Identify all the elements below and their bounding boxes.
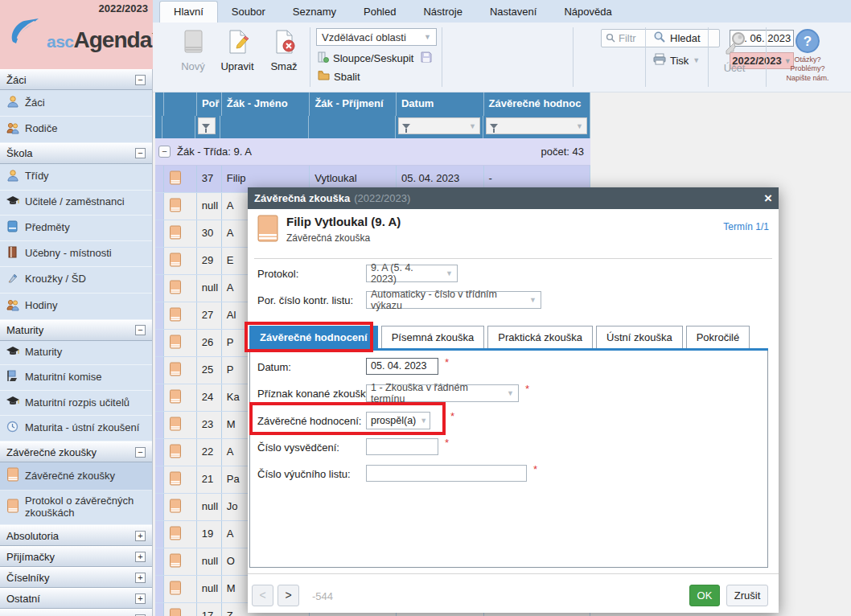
sidebar-section-header[interactable]: Ostatní +	[0, 588, 152, 609]
filter-cell[interactable]: ▼	[483, 116, 590, 138]
sidebar-item[interactable]: Maturitní komise	[0, 365, 152, 391]
filter-cell[interactable]	[195, 116, 220, 138]
collapse-toggle-icon[interactable]: −	[135, 447, 146, 458]
columns-group-button[interactable]: Sloupce/Seskupit	[318, 51, 413, 65]
cancel-button[interactable]: Zrušit	[726, 585, 768, 606]
sidebar-item[interactable]: Hodiny	[0, 294, 152, 320]
collapse-toggle-icon[interactable]: −	[135, 325, 146, 335]
dialog-tab[interactable]: Ústní zkouška	[596, 326, 683, 348]
book-orange-icon	[169, 389, 182, 406]
sidebar-item[interactable]: Třídy	[0, 164, 152, 191]
help-button[interactable]: ? Otázky?Problémy?Napište nám.	[772, 29, 843, 83]
sidebar-item[interactable]: Předměty	[0, 216, 152, 241]
sidebar-section-header[interactable]: Absolutoria +	[0, 525, 152, 546]
chevron-down-icon: ▼	[693, 56, 700, 64]
next-record-button[interactable]: >	[278, 585, 299, 606]
filter-cell[interactable]: ▼	[396, 116, 483, 138]
required-marker: *	[450, 410, 454, 422]
sidebar-item[interactable]: Maturity	[0, 341, 152, 366]
search-button[interactable]: Hledat	[653, 31, 701, 46]
table-cell: 17	[197, 603, 222, 616]
protokol-dropdown[interactable]: 9. A (5. 4. 2023)▼	[366, 265, 458, 282]
menu-tab-hlavní[interactable]: Hlavní	[159, 1, 218, 23]
close-icon[interactable]: ×	[764, 191, 772, 205]
priznak-dropdown[interactable]: 1 - Zkouška v řádném termínu▼	[366, 384, 519, 402]
funnel-icon	[490, 124, 498, 129]
dialog-tab[interactable]: Písemná zkouška	[381, 326, 485, 348]
question-icon: ?	[796, 29, 820, 53]
vyucni-input[interactable]	[366, 465, 527, 482]
print-button[interactable]: Tisk ▼	[653, 53, 700, 68]
dialog-tab[interactable]: Závěrečné hodnocení	[249, 326, 378, 348]
column-header[interactable]: Datum	[397, 92, 484, 116]
hodnoceni-dropdown[interactable]: prospěl(a)▼	[366, 412, 430, 429]
sidebar-section-header[interactable]: Škola −	[0, 143, 152, 164]
prev-record-button[interactable]: <	[252, 585, 273, 606]
collapse-toggle-icon[interactable]: +	[135, 593, 146, 604]
chevron-down-icon: ▼	[469, 122, 476, 130]
dialog-tab[interactable]: Pokročilé	[686, 326, 750, 348]
sidebar-section-header[interactable]: Závěrečné zkoušky −	[0, 441, 152, 462]
column-header[interactable]: Žák - Jméno	[222, 92, 310, 116]
sidebar-item[interactable]: Učitelé / zaměstnanci	[0, 191, 152, 216]
column-header[interactable]: Závěrečné hodnoc	[484, 92, 590, 116]
menu-tab-soubor[interactable]: Soubor	[218, 2, 279, 23]
column-header[interactable]: Poř▲	[197, 92, 222, 116]
sidebar-item[interactable]: Učebny - místnosti	[0, 241, 152, 267]
sidebar-item[interactable]: Maturita - ústní zkoušení	[0, 416, 152, 441]
menu-tab-seznamy[interactable]: Seznamy	[279, 2, 350, 23]
collapse-button[interactable]: Sbalit	[318, 70, 360, 83]
sidebar-item-label: Protokol o závěrečných zkouškách	[25, 495, 149, 519]
vysvedceni-input[interactable]	[366, 438, 438, 455]
column-filter-dropdown[interactable]: ▼	[398, 117, 480, 134]
table-cell	[155, 439, 164, 466]
sidebar-section-header[interactable]: Žáci −	[0, 69, 152, 90]
area-dropdown[interactable]: Vzdělávací oblasti ▼	[316, 28, 437, 46]
sidebar-section-header[interactable]: Číselníky +	[0, 567, 152, 588]
new-button[interactable]: Nový	[171, 29, 215, 72]
column-header[interactable]	[155, 92, 164, 116]
sidebar-section-header[interactable]: Maturity −	[0, 320, 152, 341]
sidebar-item[interactable]: Kroužky / ŠD	[0, 267, 152, 294]
collapse-toggle-icon[interactable]: +	[135, 531, 146, 541]
ok-button[interactable]: OK	[689, 585, 720, 606]
dialog-titlebar[interactable]: Závěrečná zkouška (2022/2023) ×	[248, 187, 779, 209]
sidebar-section-header[interactable]: Přijímačky +	[0, 546, 152, 567]
collapse-toggle-icon[interactable]: −	[135, 75, 146, 85]
school-year-badge: 2022/2023	[99, 2, 148, 14]
collapse-toggle-icon[interactable]: +	[135, 573, 146, 583]
table-cell	[155, 521, 164, 548]
column-filter-button[interactable]	[198, 117, 216, 134]
menu-tab-nastavení[interactable]: Nastavení	[476, 2, 551, 23]
menu-tab-pohled[interactable]: Pohled	[350, 2, 409, 23]
menu-tab-nápověda[interactable]: Nápověda	[550, 2, 625, 23]
sidebar-item[interactable]: Maturitní rozpis učitelů	[0, 391, 152, 416]
por-cislo-dropdown[interactable]: Automaticky - číslo v třídním výkazu▼	[366, 291, 541, 309]
filter-cell	[309, 116, 396, 138]
sidebar-item[interactable]: Protokol o závěrečných zkouškách	[0, 491, 152, 525]
menu-tab-nástroje[interactable]: Nástroje	[409, 2, 475, 23]
column-header[interactable]	[164, 92, 197, 116]
account-button[interactable]: Účet	[714, 31, 754, 74]
datum-input[interactable]: 05. 04. 2023	[366, 358, 438, 375]
column-filter-dropdown[interactable]: ▼	[486, 117, 587, 134]
table-cell	[164, 302, 197, 329]
dialog-tab[interactable]: Praktická zkouška	[487, 326, 593, 348]
term-link[interactable]: Termín 1/1	[723, 221, 769, 232]
delete-button[interactable]: Smaž	[262, 29, 306, 72]
edit-button[interactable]: Upravit	[216, 29, 259, 72]
group-collapse-button[interactable]: −	[158, 146, 171, 158]
sidebar-item[interactable]: Rodiče	[0, 117, 152, 143]
save-layout-icon[interactable]	[421, 51, 432, 66]
sidebar-item[interactable]: Závěrečné zkoušky	[0, 462, 152, 491]
collapse-toggle-icon[interactable]: −	[135, 148, 146, 158]
divider	[254, 258, 772, 259]
collapse-toggle-icon[interactable]: +	[135, 552, 146, 562]
sidebar-item[interactable]: Žáci	[0, 90, 152, 117]
table-cell	[155, 302, 164, 329]
sidebar-section-header[interactable]: Další pohledy +	[0, 609, 152, 616]
table-cell: null	[197, 548, 222, 575]
dialog-title-suffix: (2022/2023)	[354, 192, 410, 204]
section-label: Ostatní	[6, 593, 40, 605]
column-header[interactable]: Žák - Příjmení	[310, 92, 397, 116]
